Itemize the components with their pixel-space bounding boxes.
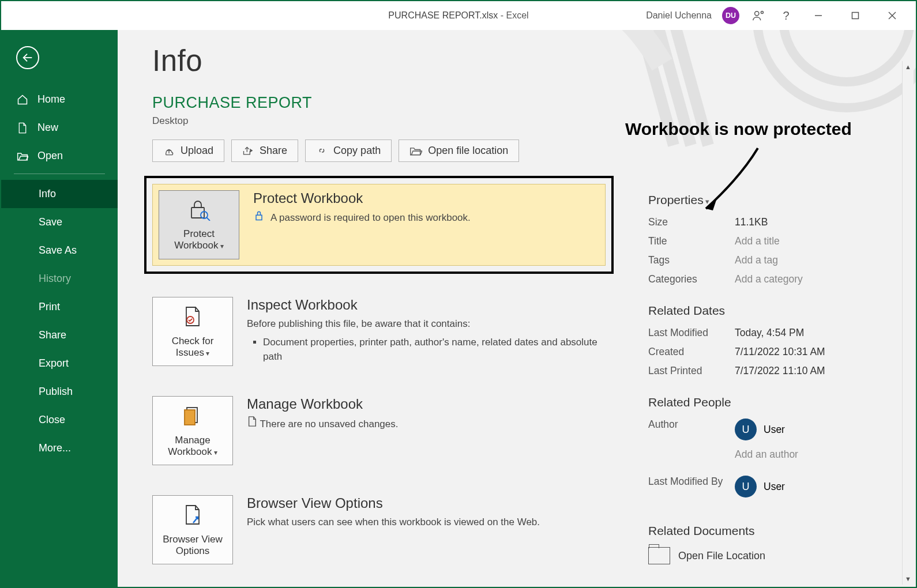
prop-categories-input[interactable]: Add a category [735,273,844,285]
inspect-icon [182,305,204,331]
last-modified-by-label: Last Modified By [648,476,735,506]
related-documents-header: Related Documents [648,524,844,538]
dates-grid: Last Modified Today, 4:54 PM Created 7/1… [648,327,844,377]
folder-open-icon [409,146,422,156]
browser-view-section: Browser View Options Browser View Option… [152,495,614,564]
upload-icon [163,146,175,156]
lock-search-icon [187,199,211,224]
sidebar-item-new[interactable]: New [1,114,118,142]
sidebar-separator [14,174,105,174]
svg-rect-15 [185,410,195,425]
open-file-location-link[interactable]: Open File Location [648,547,844,564]
browser-view-options-button[interactable]: Browser View Options [152,495,233,564]
user-avatar[interactable]: DU [722,7,739,24]
manage-section: Manage Workbook Manage Workbook There ar… [152,396,614,465]
created-value: 7/11/2022 10:31 AM [735,346,844,358]
sidebar-item-more[interactable]: More... [1,434,118,462]
sidebar-item-export[interactable]: Export [1,349,118,378]
minimize-button[interactable] [805,6,832,25]
title-filename: PURCHASE REPORT.xlsx [388,10,498,20]
share-icon [242,146,254,156]
sidebar-item-close[interactable]: Close [1,406,118,434]
browser-view-title: Browser View Options [247,495,614,511]
manage-icon [182,404,204,430]
sidebar-item-share[interactable]: Share [1,321,118,349]
protect-description: A password is required to open this work… [270,210,471,225]
check-for-issues-button[interactable]: Check for Issues [152,297,233,366]
info-pane: Info PURCHASE REPORT Desktop Upload Shar… [118,30,916,587]
svg-point-0 [755,12,759,16]
prop-size-value: 11.1KB [735,216,844,228]
backstage-sidebar: Home New Open Info Save Save As History … [1,30,118,587]
file-actions-row: Upload Share Copy path Open file locatio… [152,140,887,162]
last-modified-label: Last Modified [648,327,735,339]
sidebar-item-home[interactable]: Home [1,85,118,114]
prop-tags-input[interactable]: Add a tag [735,254,844,266]
browser-view-icon [182,503,204,529]
protect-title: Protect Workbook [253,190,599,206]
scroll-up-button[interactable]: ▲ [903,61,914,73]
annotation-text: Workbook is now protected [625,119,852,139]
open-folder-icon [16,151,29,161]
last-modified-value: Today, 4:54 PM [735,327,844,339]
sidebar-item-publish[interactable]: Publish [1,378,118,406]
folder-icon [648,547,670,564]
author-avatar: U [735,419,757,440]
vertical-scrollbar[interactable]: ▲ ▼ [902,61,914,585]
browser-view-description: Pick what users can see when this workbo… [247,515,614,530]
inspect-title: Inspect Workbook [247,297,614,313]
add-author-input[interactable]: Add an author [735,448,844,461]
share-button[interactable]: Share [231,140,298,162]
copy-path-button[interactable]: Copy path [305,140,392,162]
prop-tags-label: Tags [648,254,735,266]
back-button[interactable] [16,46,39,69]
prop-title-input[interactable]: Add a title [735,235,844,247]
last-printed-label: Last Printed [648,365,735,377]
help-icon[interactable]: ? [777,7,795,24]
sidebar-item-print[interactable]: Print [1,293,118,321]
author-label: Author [648,419,735,473]
manage-description: There are no unsaved changes. [260,419,398,429]
last-printed-value: 7/17/2022 11:10 AM [735,365,844,377]
account-manager-icon[interactable] [750,7,767,24]
modifier-name: User [764,481,785,493]
related-people-header: Related People [648,395,844,409]
author-row[interactable]: U User [735,419,844,440]
close-window-button[interactable] [879,6,905,25]
inspect-section: Check for Issues Inspect Workbook Before… [152,297,614,366]
protect-workbook-button[interactable]: Protect Workbook [159,190,239,259]
annotation-highlight-frame: Protect Workbook Protect Workbook A pass… [144,176,614,274]
lock-icon [253,210,265,226]
sidebar-item-history[interactable]: History [1,265,118,293]
signed-in-user[interactable]: Daniel Uchenna [646,10,712,21]
created-label: Created [648,346,735,358]
upload-button[interactable]: Upload [152,140,224,162]
home-icon [16,94,29,105]
prop-title-label: Title [648,235,735,247]
excel-backstage-window: PURCHASE REPORT.xlsx - Excel Daniel Uche… [0,0,917,588]
manage-workbook-button[interactable]: Manage Workbook [152,396,233,465]
related-dates-header: Related Dates [648,304,844,318]
maximize-button[interactable] [842,6,869,25]
svg-rect-3 [852,13,859,19]
properties-header[interactable]: Properties [648,193,844,207]
prop-categories-label: Categories [648,273,735,285]
sidebar-item-save[interactable]: Save [1,208,118,236]
author-name: User [764,424,785,436]
version-history-icon [247,419,257,429]
sidebar-item-info[interactable]: Info [1,180,118,208]
sidebar-item-save-as[interactable]: Save As [1,236,118,265]
manage-title: Manage Workbook [247,396,614,412]
svg-point-1 [761,11,763,13]
open-file-location-button[interactable]: Open file location [399,140,519,162]
scroll-down-button[interactable]: ▼ [903,573,914,585]
last-modified-by-row[interactable]: U User [735,476,844,497]
sidebar-item-open[interactable]: Open [1,142,118,170]
page-title: Info [152,44,887,78]
svg-line-11 [206,217,210,221]
workbook-name: PURCHASE REPORT [152,94,887,112]
inspect-bullet-1: Document properties, printer path, autho… [263,335,614,364]
title-appname: Excel [506,10,529,20]
modifier-avatar: U [735,476,757,497]
new-file-icon [16,122,29,134]
